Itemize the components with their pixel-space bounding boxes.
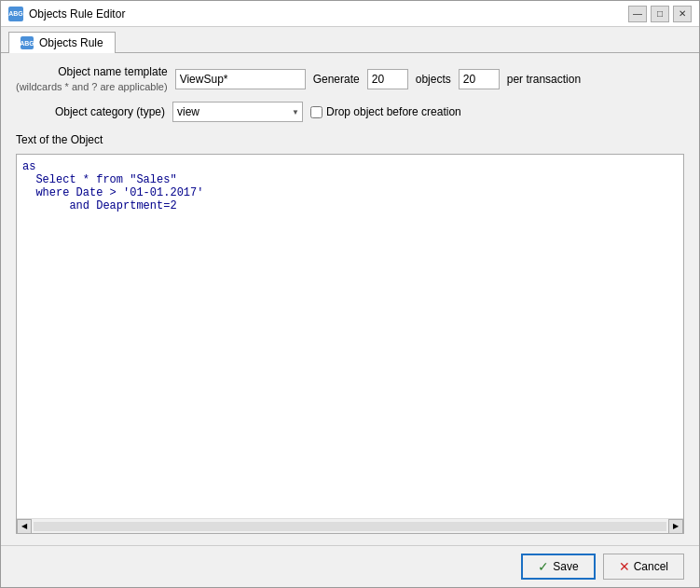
hscroll-track[interactable]	[34, 522, 666, 531]
wildcards-hint: (wildcards * and ? are applicable)	[16, 80, 168, 94]
category-dropdown-wrapper: view table procedure function	[172, 102, 303, 122]
cancel-label: Cancel	[634, 560, 668, 573]
horizontal-scrollbar[interactable]: ◀ ▶	[17, 518, 683, 533]
title-bar-left: ABG Objects Rule Editor	[8, 7, 125, 21]
drop-checkbox-label[interactable]: Drop object before creation	[310, 105, 461, 118]
category-label: Object category (type)	[16, 104, 165, 120]
title-controls: — □ ✕	[628, 6, 692, 22]
editor-section-title: Text of the Object	[16, 133, 684, 146]
window-title: Objects Rule Editor	[29, 7, 125, 21]
save-button[interactable]: ✓ Save	[521, 554, 595, 580]
hscroll-right-arrow[interactable]: ▶	[668, 519, 683, 534]
category-row: Object category (type) view table proced…	[16, 102, 684, 122]
drop-checkbox-text: Drop object before creation	[326, 105, 461, 118]
per-transaction-label: per transaction	[507, 73, 581, 86]
save-label: Save	[553, 560, 578, 573]
maximize-button[interactable]: □	[651, 6, 669, 22]
title-bar: ABG Objects Rule Editor — □ ✕	[1, 1, 699, 27]
editor-text[interactable]: as Select * from "Sales" where Date > '0…	[17, 155, 683, 518]
main-window: ABG Objects Rule Editor — □ ✕ ABG Object…	[0, 0, 700, 588]
app-icon: ABG	[8, 7, 23, 21]
tab-icon: ABG	[21, 36, 34, 49]
cancel-icon: ✕	[619, 559, 630, 574]
cancel-button[interactable]: ✕ Cancel	[603, 554, 684, 580]
name-template-label: Object name template	[16, 64, 168, 80]
name-template-label-group: Object name template (wildcards * and ? …	[16, 64, 168, 94]
hscroll-left-arrow[interactable]: ◀	[17, 519, 32, 534]
save-icon: ✓	[538, 559, 549, 574]
bottom-bar: ✓ Save ✕ Cancel	[1, 545, 699, 587]
minimize-button[interactable]: —	[628, 6, 647, 22]
category-dropdown[interactable]: view table procedure function	[172, 102, 303, 122]
tab-bar: ABG Objects Rule	[1, 27, 699, 53]
editor-scroll[interactable]: as Select * from "Sales" where Date > '0…	[17, 155, 683, 518]
generate-count-input[interactable]	[367, 69, 408, 89]
generate-label: Generate	[313, 73, 360, 86]
name-template-input[interactable]	[175, 69, 306, 89]
objects-label: objects	[416, 73, 451, 86]
category-label-group: Object category (type)	[16, 104, 165, 120]
drop-checkbox[interactable]	[310, 106, 323, 118]
per-transaction-input[interactable]	[459, 69, 500, 89]
tab-label: Objects Rule	[39, 36, 103, 49]
close-button[interactable]: ✕	[673, 6, 692, 22]
tab-objects-rule[interactable]: ABG Objects Rule	[8, 32, 116, 53]
text-editor-container: as Select * from "Sales" where Date > '0…	[16, 154, 684, 534]
name-template-row: Object name template (wildcards * and ? …	[16, 64, 684, 94]
main-content: Object name template (wildcards * and ? …	[1, 53, 699, 545]
